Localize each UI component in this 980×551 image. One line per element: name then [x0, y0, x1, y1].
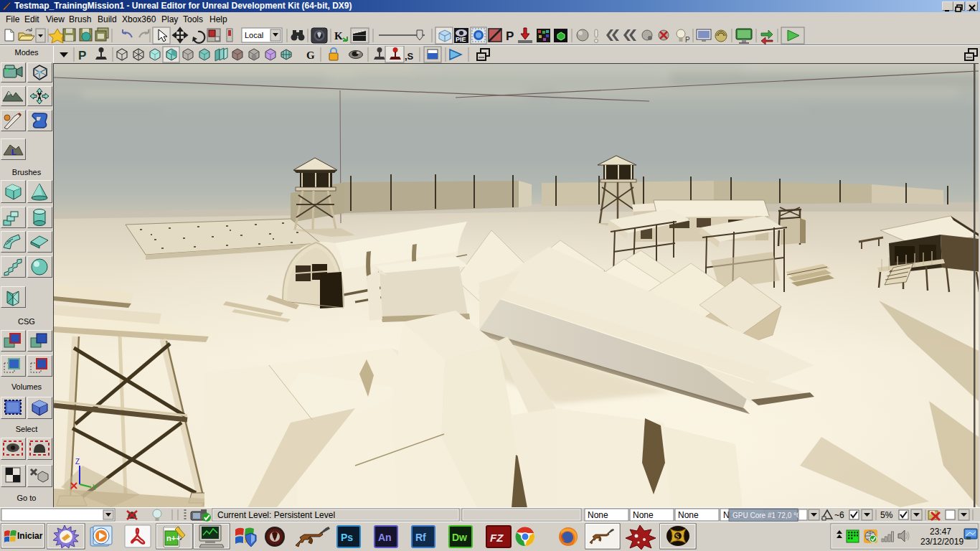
- svg-text:Ps: Ps: [341, 532, 353, 543]
- svg-text:S: S: [675, 532, 679, 540]
- svg-text:G: G: [306, 50, 315, 61]
- svg-text:5%: 5%: [880, 510, 893, 520]
- svg-text:None: None: [633, 510, 654, 520]
- svg-text:23/12/2019: 23/12/2019: [920, 537, 963, 547]
- svg-text:PIE: PIE: [456, 36, 466, 43]
- svg-text:None: None: [678, 510, 699, 520]
- svg-text:P: P: [506, 29, 514, 43]
- svg-text:None: None: [588, 510, 608, 520]
- svg-text:Current Level: Persistent Lev: Current Level: Persistent Level: [217, 510, 335, 520]
- svg-text:,S: ,S: [405, 51, 414, 62]
- svg-text:An: An: [378, 532, 392, 543]
- svg-text:T: T: [37, 93, 42, 100]
- svg-text:Y: Y: [93, 484, 98, 491]
- svg-text:Rf: Rf: [415, 532, 426, 543]
- svg-text:Z: Z: [75, 458, 80, 466]
- svg-text:23:47: 23:47: [930, 527, 951, 537]
- svg-text:~6: ~6: [834, 510, 844, 520]
- svg-text:Dw: Dw: [452, 532, 467, 543]
- svg-text:L: L: [11, 148, 17, 156]
- svg-text:Iniciar: Iniciar: [17, 531, 43, 541]
- svg-text:K: K: [334, 30, 343, 42]
- svg-text:n++: n++: [166, 534, 181, 542]
- svg-text:GPU Core #1 72,0 °C: GPU Core #1 72,0 °C: [732, 512, 801, 519]
- svg-text:P: P: [685, 36, 690, 44]
- svg-text:P: P: [78, 49, 86, 62]
- svg-text:Local: Local: [245, 31, 263, 39]
- svg-text:FZ: FZ: [490, 532, 504, 544]
